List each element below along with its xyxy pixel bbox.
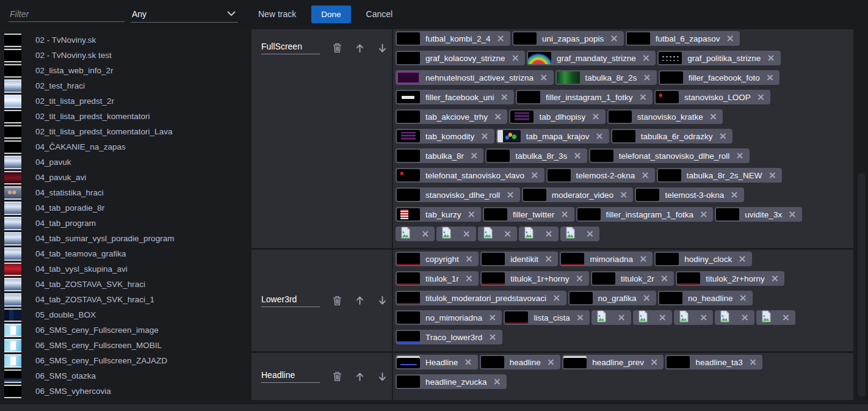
list-item[interactable]: 04_tab_poradie_8r — [0, 200, 244, 216]
close-icon[interactable]: × — [421, 229, 429, 239]
close-icon[interactable]: × — [700, 209, 707, 219]
clip-chip[interactable]: stanovisko_dlhe_roll× — [396, 187, 520, 202]
cancel-button[interactable]: Cancel — [365, 5, 394, 23]
close-icon[interactable]: × — [650, 357, 658, 367]
close-icon[interactable]: × — [464, 357, 472, 367]
list-item[interactable]: 02 - TvNoviny.sk test — [0, 48, 244, 63]
clip-chip[interactable]: × — [560, 227, 599, 241]
clip-chip[interactable]: filler_instagram_1_fotka× — [576, 207, 714, 222]
close-icon[interactable]: × — [468, 209, 476, 219]
list-item[interactable]: 04_tab_vysl_skupina_avi — [0, 261, 244, 277]
list-item[interactable]: 02_tit_lista_predst_komentatori — [0, 109, 244, 124]
list-item[interactable]: 04_pavuk — [0, 155, 244, 170]
vertical-scrollbar-thumb[interactable] — [858, 173, 866, 397]
move-track-up-button[interactable] — [355, 371, 365, 382]
close-icon[interactable]: × — [586, 229, 594, 239]
type-filter-select[interactable]: Any — [131, 6, 238, 23]
clip-chip[interactable]: tabulka_8r_2s_NEW× — [657, 168, 782, 183]
list-item[interactable]: 06_SMS_ceny_Fullscreen_ZAJAZD — [0, 353, 244, 368]
close-icon[interactable]: × — [719, 131, 727, 141]
move-track-down-button[interactable] — [377, 371, 388, 382]
done-button[interactable]: Done — [311, 5, 350, 23]
close-icon[interactable]: × — [749, 357, 757, 367]
move-track-down-button[interactable] — [377, 43, 388, 54]
clip-chip[interactable]: titulok_1r+horny× — [480, 271, 589, 286]
close-icon[interactable]: × — [493, 377, 501, 387]
close-icon[interactable]: × — [591, 112, 599, 122]
list-item[interactable]: 04_tab_ZOSTAVA_SVK_hraci_1 — [0, 292, 244, 307]
close-icon[interactable]: × — [462, 229, 470, 239]
close-icon[interactable]: × — [617, 313, 625, 322]
clip-chip[interactable]: graf_politika_strizne× — [657, 51, 780, 65]
clip-chip[interactable]: mimoriadna× — [560, 252, 653, 266]
clip-chip[interactable]: telefonat_stanovisko_vlavo× — [396, 168, 544, 183]
list-item[interactable]: 06_SMS_vyhercovia — [0, 384, 244, 399]
close-icon[interactable]: × — [488, 332, 496, 342]
track-name-input[interactable] — [261, 42, 320, 54]
track-name-input[interactable] — [261, 294, 320, 307]
close-icon[interactable]: × — [769, 170, 776, 180]
clip-chip[interactable]: × — [591, 310, 631, 325]
close-icon[interactable]: × — [641, 170, 649, 180]
clip-chip[interactable]: stanovisko_LOOP× — [654, 90, 770, 104]
close-icon[interactable]: × — [620, 190, 627, 200]
clip-chip[interactable]: tab_akciove_trhy× — [396, 109, 507, 124]
close-icon[interactable]: × — [501, 92, 508, 102]
clip-chip[interactable]: × — [396, 227, 435, 241]
close-icon[interactable]: × — [709, 112, 717, 122]
close-icon[interactable]: × — [782, 313, 790, 322]
clip-chip[interactable]: × — [519, 227, 558, 241]
close-icon[interactable]: × — [544, 229, 552, 239]
close-icon[interactable]: × — [639, 254, 647, 264]
clip-chip[interactable]: graf_kolacovy_strizne× — [396, 51, 525, 65]
clip-chip[interactable]: tabulka_8r_2s× — [555, 70, 657, 85]
clip-chip[interactable]: tab_komodity× — [396, 129, 494, 144]
close-icon[interactable]: × — [639, 92, 647, 102]
clip-chip[interactable]: graf_mandaty_strizne× — [527, 51, 656, 65]
close-icon[interactable]: × — [465, 254, 473, 264]
close-icon[interactable]: × — [757, 92, 765, 102]
list-item[interactable]: 02_tit_lista_predst_2r — [0, 93, 244, 109]
clip-chip[interactable]: × — [674, 310, 713, 325]
clip-chip[interactable]: headline_ta3× — [665, 355, 762, 369]
clip-chip[interactable]: headline_prev× — [562, 355, 664, 369]
clip-chip[interactable]: filler_facebook_foto× — [659, 70, 779, 85]
close-icon[interactable]: × — [767, 53, 775, 63]
close-icon[interactable]: × — [497, 34, 505, 43]
clip-chip[interactable]: uvidite_3x× — [715, 207, 801, 222]
close-icon[interactable]: × — [544, 254, 552, 264]
move-track-up-button[interactable] — [355, 43, 365, 54]
list-item[interactable]: 04_tab_sumar_vysl_poradie_program — [0, 231, 244, 246]
clip-chip[interactable]: × — [478, 227, 517, 241]
clip-chip[interactable]: no_grafika× — [568, 291, 656, 305]
clip-chip[interactable]: lista_cista× — [504, 310, 590, 325]
close-icon[interactable]: × — [552, 293, 560, 303]
vertical-scrollbar[interactable] — [855, 29, 868, 400]
clip-chip[interactable]: × — [436, 227, 476, 241]
list-item[interactable]: 02_lista_web_info_2r — [0, 63, 244, 78]
clip-chip[interactable]: titulok_2r× — [591, 271, 674, 286]
clip-chip[interactable]: moderator_video× — [522, 187, 634, 202]
close-icon[interactable]: × — [560, 209, 568, 219]
close-icon[interactable]: × — [480, 131, 488, 141]
clip-chip[interactable]: telemost-3-okna× — [635, 187, 743, 202]
close-icon[interactable]: × — [642, 53, 650, 63]
clip-chip[interactable]: filler_twitter× — [483, 207, 574, 222]
list-item[interactable]: 02_test_hraci — [0, 78, 244, 93]
close-icon[interactable]: × — [506, 190, 514, 200]
close-icon[interactable]: × — [736, 151, 743, 161]
clip-chip[interactable]: tab_kurzy× — [396, 207, 481, 222]
horizontal-scrollbar[interactable] — [0, 404, 868, 411]
clip-chip[interactable]: filler_instagram_1_fotky× — [516, 90, 653, 104]
clip-chip[interactable]: no_headline× — [658, 291, 753, 305]
delete-track-button[interactable] — [332, 43, 342, 54]
list-item[interactable]: 06_SMS_ceny_Fullscreen_image — [0, 322, 244, 338]
clip-chip[interactable]: titulok_2r+horny× — [676, 271, 784, 286]
clip-chip[interactable]: futbal_6_zapasov× — [626, 31, 740, 46]
clip-chip[interactable]: telemost-2-okna× — [546, 168, 655, 183]
clip-chip[interactable]: filler_facebook_uni× — [396, 90, 514, 104]
clip-chip[interactable]: headline_zvucka× — [396, 374, 507, 389]
close-icon[interactable]: × — [771, 274, 779, 283]
filter-input[interactable] — [9, 7, 125, 22]
list-item[interactable]: 04_pavuk_avi — [0, 170, 244, 185]
